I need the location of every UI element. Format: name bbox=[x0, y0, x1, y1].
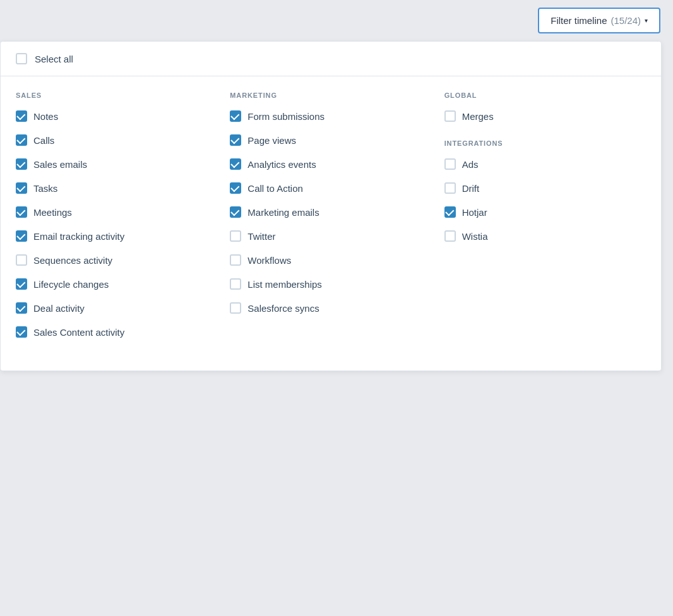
checkbox-label: Drift bbox=[462, 183, 480, 194]
checkbox-item[interactable]: Workflows bbox=[230, 254, 431, 266]
checkbox-item[interactable]: Merges bbox=[444, 110, 646, 122]
checkbox-label: Deal activity bbox=[33, 303, 85, 314]
checkbox-item[interactable]: Page views bbox=[230, 134, 431, 146]
checkbox[interactable] bbox=[230, 134, 241, 146]
chevron-down-icon: ▾ bbox=[645, 17, 648, 24]
checkbox-label: Page views bbox=[247, 135, 296, 146]
checkbox[interactable] bbox=[16, 326, 27, 338]
checkbox[interactable] bbox=[16, 158, 27, 170]
top-bar: Filter timeline (15/24) ▾ bbox=[0, 0, 673, 41]
checkbox-label: Email tracking activity bbox=[33, 231, 124, 242]
checkbox-item[interactable]: Email tracking activity bbox=[16, 230, 217, 242]
filter-timeline-button[interactable]: Filter timeline (15/24) ▾ bbox=[538, 8, 660, 33]
checkbox-item[interactable]: Sales Content activity bbox=[16, 326, 217, 338]
checkbox-item[interactable]: Lifecycle changes bbox=[16, 278, 217, 290]
checkbox[interactable] bbox=[16, 230, 27, 242]
checkbox[interactable] bbox=[230, 254, 241, 266]
checkbox[interactable] bbox=[230, 302, 241, 314]
filter-count: (15/24) bbox=[610, 15, 641, 26]
checkbox-label: Analytics events bbox=[247, 159, 316, 170]
checkbox-item[interactable]: Marketing emails bbox=[230, 206, 431, 218]
checkbox-item[interactable]: Analytics events bbox=[230, 158, 431, 170]
sales-column: SALES NotesCallsSales emailsTasksMeeting… bbox=[16, 92, 230, 350]
checkbox[interactable] bbox=[16, 134, 27, 146]
checkbox-item[interactable]: Ads bbox=[444, 158, 646, 170]
select-all-label[interactable]: Select all bbox=[35, 54, 73, 64]
marketing-column: MARKETING Form submissionsPage viewsAnal… bbox=[230, 92, 444, 350]
checkbox[interactable] bbox=[230, 278, 241, 290]
select-all-row[interactable]: Select all bbox=[1, 42, 661, 76]
checkbox[interactable] bbox=[230, 182, 241, 194]
checkbox-label: Hotjar bbox=[462, 207, 487, 218]
sales-header: SALES bbox=[16, 92, 217, 99]
filter-button-label: Filter timeline bbox=[551, 15, 607, 26]
checkbox-label: Notes bbox=[33, 111, 58, 122]
checkbox-item[interactable]: Sequences activity bbox=[16, 254, 217, 266]
checkbox-label: Call to Action bbox=[247, 183, 303, 194]
filter-dropdown-panel: Select all SALES NotesCallsSales emailsT… bbox=[0, 41, 662, 371]
checkbox-item[interactable]: Twitter bbox=[230, 230, 431, 242]
checkbox-label: Calls bbox=[33, 135, 54, 146]
checkbox-item[interactable]: Deal activity bbox=[16, 302, 217, 314]
checkbox[interactable] bbox=[444, 110, 456, 122]
checkbox-label: Twitter bbox=[247, 231, 275, 242]
checkbox[interactable] bbox=[16, 182, 27, 194]
integrations-header: INTEGRATIONS bbox=[444, 139, 646, 147]
checkbox[interactable] bbox=[444, 206, 456, 218]
checkbox-item[interactable]: Calls bbox=[16, 134, 217, 146]
checkbox-item[interactable]: List memberships bbox=[230, 278, 431, 290]
select-all-checkbox[interactable] bbox=[16, 53, 27, 64]
checkbox[interactable] bbox=[230, 206, 241, 218]
checkbox[interactable] bbox=[16, 278, 27, 290]
checkbox-item[interactable]: Drift bbox=[444, 182, 646, 194]
checkbox-item[interactable]: Call to Action bbox=[230, 182, 431, 194]
global-integrations-column: GLOBAL Merges INTEGRATIONS AdsDriftHotja… bbox=[444, 92, 646, 350]
checkbox-item[interactable]: Sales emails bbox=[16, 158, 217, 170]
global-header: GLOBAL bbox=[444, 92, 646, 99]
checkbox-item[interactable]: Tasks bbox=[16, 182, 217, 194]
checkbox-label: List memberships bbox=[247, 279, 322, 290]
checkbox[interactable] bbox=[444, 230, 456, 242]
checkbox[interactable] bbox=[230, 230, 241, 242]
checkbox-item[interactable]: Hotjar bbox=[444, 206, 646, 218]
marketing-header: MARKETING bbox=[230, 92, 431, 99]
checkbox-item[interactable]: Form submissions bbox=[230, 110, 431, 122]
checkbox[interactable] bbox=[16, 254, 27, 266]
checkbox-item[interactable]: Wistia bbox=[444, 230, 646, 242]
checkbox-label: Sequences activity bbox=[33, 255, 112, 266]
checkbox-label: Meetings bbox=[33, 207, 72, 218]
checkbox-label: Lifecycle changes bbox=[33, 279, 109, 290]
checkbox-label: Marketing emails bbox=[247, 207, 319, 218]
checkbox[interactable] bbox=[230, 158, 241, 170]
checkbox-label: Salesforce syncs bbox=[247, 303, 319, 314]
checkbox-label: Form submissions bbox=[247, 111, 325, 122]
checkbox[interactable] bbox=[444, 158, 456, 170]
checkbox-label: Wistia bbox=[462, 231, 488, 242]
checkbox-item[interactable]: Meetings bbox=[16, 206, 217, 218]
checkbox-label: Sales Content activity bbox=[33, 327, 124, 338]
checkbox-label: Sales emails bbox=[33, 159, 87, 170]
checkbox-label: Workflows bbox=[247, 255, 291, 266]
checkbox-item[interactable]: Salesforce syncs bbox=[230, 302, 431, 314]
checkbox-label: Merges bbox=[462, 111, 494, 122]
checkbox[interactable] bbox=[444, 182, 456, 194]
checkbox-item[interactable]: Notes bbox=[16, 110, 217, 122]
checkbox-label: Tasks bbox=[33, 183, 57, 194]
integrations-section: INTEGRATIONS AdsDriftHotjarWistia bbox=[444, 139, 646, 242]
checkbox[interactable] bbox=[16, 110, 27, 122]
checkbox[interactable] bbox=[230, 110, 241, 122]
columns-area: SALES NotesCallsSales emailsTasksMeeting… bbox=[1, 76, 661, 370]
checkbox[interactable] bbox=[16, 206, 27, 218]
checkbox[interactable] bbox=[16, 302, 27, 314]
checkbox-label: Ads bbox=[462, 159, 479, 170]
